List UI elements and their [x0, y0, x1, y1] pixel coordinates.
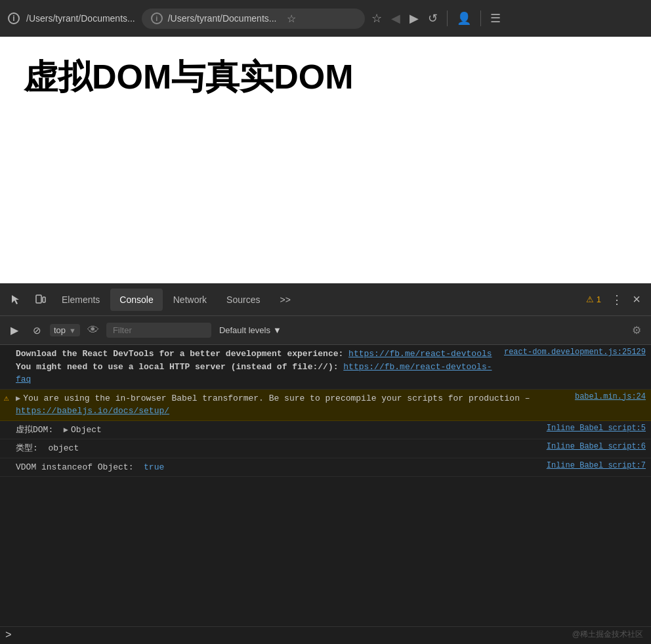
warning-triangle-icon: ⚠	[586, 294, 594, 304]
tab-network[interactable]: Network	[164, 289, 216, 311]
console-settings-button[interactable]: ⚙	[627, 321, 646, 340]
expand-vdom-arrow-icon[interactable]: ▶	[64, 426, 68, 435]
nav-icons: ◀ ▶ ↺ 👤 ☰	[388, 9, 503, 28]
local-server-text: You might need to use a local HTTP serve…	[16, 362, 343, 372]
file-ref-react[interactable]: react-dom.development.js:25129	[504, 348, 646, 357]
console-row-text-babel: ▶You are using the in-browser Babel tran…	[16, 392, 575, 418]
divider2	[480, 10, 481, 26]
console-row-vdom: 虚拟DOM: ▶Object Inline Babel script:5	[0, 421, 651, 440]
warning-count: 1	[597, 294, 601, 304]
file-ref-babel[interactable]: babel.min.js:24	[575, 392, 646, 401]
more-options-button[interactable]: ⋮	[608, 291, 626, 309]
browser-chrome: i /Users/tyrant/Documents... i /Users/ty…	[0, 0, 651, 37]
bookmark-icon[interactable]: ☆	[371, 11, 382, 26]
console-row-babel-warning: ⚠ ▶You are using the in-browser Babel tr…	[0, 390, 651, 421]
stop-button[interactable]: ⊘	[28, 321, 46, 340]
execute-button[interactable]: ▶	[5, 321, 24, 340]
console-row-react-devtools: Download the React DevTools for a better…	[0, 345, 651, 390]
console-output: Download the React DevTools for a better…	[0, 345, 651, 626]
tab-more[interactable]: >>	[270, 289, 299, 311]
instanceof-label: VDOM instanceof Object:	[16, 462, 144, 472]
instanceof-value: true	[144, 462, 164, 472]
devtools-toolbar: Elements Console Network Sources >> ⚠ 1 …	[0, 283, 651, 316]
type-label: 类型:	[16, 443, 48, 453]
levels-chevron-icon: ▼	[273, 325, 282, 335]
console-row-instanceof: VDOM instanceof Object: true Inline Babe…	[0, 458, 651, 477]
watermark: @稀土掘金技术社区	[572, 629, 643, 640]
levels-label: Default levels	[219, 325, 270, 335]
page-content: 虚拟DOM与真实DOM	[0, 37, 651, 283]
devtools-secondary-toolbar: ▶ ⊘ top ▼ 👁 Default levels ▼ ⚙	[0, 316, 651, 345]
divider	[447, 10, 448, 26]
tab-elements[interactable]: Elements	[52, 289, 109, 311]
tab-console[interactable]: Console	[110, 289, 162, 311]
info-icon: i	[8, 12, 20, 24]
warning-icon: ⚠	[4, 393, 9, 403]
page-title: 虚拟DOM与真实DOM	[24, 56, 627, 97]
vdom-value: Object	[71, 425, 102, 435]
url-bar[interactable]: i /Users/tyrant/Documents... ☆	[142, 9, 365, 29]
tab-sources[interactable]: Sources	[217, 289, 269, 311]
menu-button[interactable]: ☰	[488, 9, 503, 28]
console-output-wrap: Download the React DevTools for a better…	[0, 345, 651, 644]
devtools-panel: Elements Console Network Sources >> ⚠ 1 …	[0, 283, 651, 644]
levels-button[interactable]: Default levels ▼	[215, 323, 285, 338]
back-button[interactable]: ◀	[388, 9, 403, 28]
console-row-type: 类型: object Inline Babel script:6	[0, 439, 651, 458]
warning-badge: ⚠ 1	[581, 292, 606, 307]
console-input[interactable]	[17, 631, 646, 641]
console-row-text-react: Download the React DevTools for a better…	[16, 348, 504, 386]
console-prompt: >	[5, 630, 12, 641]
react-devtools-link[interactable]: https://fb.me/react-devtools	[348, 349, 492, 359]
inspect-button[interactable]	[5, 289, 28, 311]
react-devtools-text: Download the React DevTools for a better…	[16, 349, 348, 359]
svg-rect-1	[43, 297, 45, 302]
close-devtools-button[interactable]: ×	[627, 291, 646, 309]
babel-setup-link[interactable]: https://babeljs.io/docs/setup/	[16, 406, 169, 416]
context-select[interactable]: top	[54, 325, 68, 335]
filter-input[interactable]	[106, 323, 211, 338]
file-ref-vdom[interactable]: Inline Babel script:5	[547, 424, 646, 433]
babel-warning-text: You are using the in-browser Babel trans…	[23, 393, 530, 403]
console-row-text-instanceof: VDOM instanceof Object: true	[16, 461, 547, 474]
console-input-row: > @稀土掘金技术社区	[0, 626, 651, 644]
context-select-wrap: top ▼	[50, 324, 80, 336]
chevron-down-icon: ▼	[69, 327, 76, 334]
console-row-text-type: 类型: object	[16, 442, 547, 455]
type-value: object	[48, 443, 79, 453]
forward-button[interactable]: ▶	[407, 9, 421, 28]
expand-arrow-icon[interactable]: ▶	[16, 394, 20, 403]
device-button[interactable]	[29, 289, 51, 311]
url-text: /Users/tyrant/Documents...	[26, 13, 135, 24]
console-row-text-vdom: 虚拟DOM: ▶Object	[16, 424, 547, 437]
refresh-button[interactable]: ↺	[425, 9, 440, 28]
user-button[interactable]: 👤	[454, 9, 474, 28]
svg-rect-0	[36, 295, 41, 303]
eye-button[interactable]: 👁	[84, 321, 102, 340]
file-ref-instanceof[interactable]: Inline Babel script:7	[547, 461, 646, 470]
vdom-label: 虚拟DOM:	[16, 425, 64, 435]
file-ref-type[interactable]: Inline Babel script:6	[547, 442, 646, 451]
